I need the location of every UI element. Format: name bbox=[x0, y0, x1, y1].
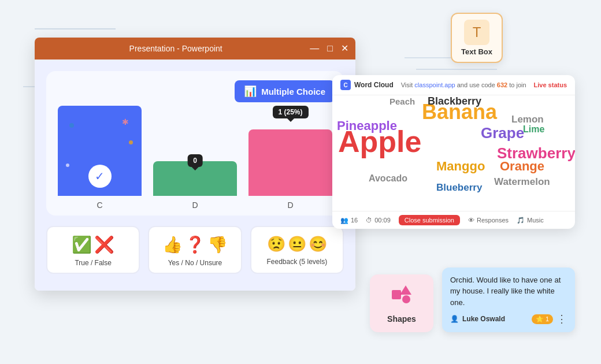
text-box-t-icon: T bbox=[473, 24, 481, 40]
ppt-controls: — □ ✕ bbox=[310, 44, 348, 53]
word-cloud-display: AppleBananaStrawberryPineappleBlackberry… bbox=[332, 95, 575, 211]
code-prefix: and use code bbox=[457, 81, 497, 88]
word-cloud-word: Peach bbox=[389, 96, 415, 106]
word-cloud-word: Pineapple bbox=[337, 118, 397, 133]
word-cloud-word: Blueberry bbox=[436, 182, 482, 194]
bar-col-d2: 1 (25%) D bbox=[248, 106, 332, 210]
word-cloud-word: Avocado bbox=[369, 173, 407, 184]
ppt-title: Presentation - Powerpoint bbox=[42, 44, 310, 53]
feedback-icons: 😟 😐 😊 bbox=[267, 235, 327, 253]
eye-icon: 👁 bbox=[468, 217, 474, 224]
join-code: 632 bbox=[497, 81, 507, 88]
bar-col-d1: 0 D bbox=[153, 106, 237, 210]
svg-rect-6 bbox=[392, 290, 401, 299]
check-icon: ✅ bbox=[72, 235, 92, 254]
wc-footer: 👥 16 ⏱ 00:09 Close submission 👁 Response… bbox=[332, 211, 575, 229]
shapes-label: Shapes bbox=[387, 314, 416, 324]
comment-footer: 👤 Luke Oswald ⭐ 1 ⋮ bbox=[450, 313, 567, 325]
wc-header: C Word Cloud Visit classpoint.app and us… bbox=[332, 75, 575, 95]
star-count: 1 bbox=[546, 315, 549, 322]
bar-col-c: 2 (75%) ✱ ✓ C bbox=[58, 106, 142, 210]
wc-visit: Visit classpoint.app and use code 632 to… bbox=[401, 81, 526, 88]
word-cloud-word: Lime bbox=[523, 124, 544, 135]
wc-logo: C bbox=[340, 80, 351, 90]
user-icon: 👤 bbox=[450, 315, 459, 323]
bar-c: ✱ ✓ bbox=[58, 106, 142, 196]
ynu-label: Yes / No / Unsure bbox=[168, 259, 222, 267]
close-button[interactable]: ✕ bbox=[341, 44, 348, 53]
people-icon: 👥 bbox=[340, 217, 348, 224]
close-submission-button[interactable]: Close submission bbox=[399, 215, 460, 225]
ppt-titlebar: Presentation - Powerpoint — □ ✕ bbox=[35, 38, 355, 60]
comment-card: Orchid. Would like to have one at my hou… bbox=[442, 268, 575, 333]
happy-icon: 😊 bbox=[309, 235, 327, 253]
code-suffix: to join bbox=[509, 81, 526, 88]
word-cloud-word: Orange bbox=[500, 159, 544, 174]
participants-num: 16 bbox=[351, 217, 358, 224]
textbox-icon: T bbox=[464, 20, 489, 45]
minimize-button[interactable]: — bbox=[310, 44, 319, 53]
wc-panel: C Word Cloud Visit classpoint.app and us… bbox=[332, 75, 575, 229]
textbox-label: Text Box bbox=[461, 47, 492, 56]
bar-label-d2: D bbox=[287, 200, 293, 210]
visit-text: Visit bbox=[401, 81, 413, 88]
username: Luke Oswald bbox=[462, 315, 505, 323]
star-icon: ⭐ bbox=[536, 315, 544, 323]
comment-user: 👤 Luke Oswald bbox=[450, 315, 505, 323]
svg-point-8 bbox=[402, 295, 410, 303]
ynu-icons: 👍 ❓ 👎 bbox=[162, 235, 228, 254]
clock-icon: ⏱ bbox=[366, 217, 372, 224]
svg-marker-7 bbox=[400, 285, 411, 295]
responses-item: 👁 Responses bbox=[468, 217, 509, 224]
ppt-window: Presentation - Powerpoint — □ ✕ 📊 Multip… bbox=[35, 38, 355, 291]
feedback-label: Feedback (5 levels) bbox=[266, 258, 327, 266]
wc-title: C Word Cloud bbox=[340, 80, 394, 90]
thumbsdown-icon: 👎 bbox=[207, 235, 228, 254]
bar-label-d1: D bbox=[192, 200, 198, 210]
shapes-button[interactable]: Shapes bbox=[370, 274, 433, 332]
activity-card-tf[interactable]: ✅ ❌ True / False bbox=[46, 226, 140, 274]
more-options-button[interactable]: ⋮ bbox=[557, 313, 567, 325]
neutral-icon: 😐 bbox=[288, 235, 306, 253]
question-icon: ❓ bbox=[185, 235, 205, 254]
sad-icon: 😟 bbox=[267, 235, 285, 253]
music-label: Music bbox=[527, 217, 544, 224]
thumbsup-icon: 👍 bbox=[162, 235, 183, 254]
cross-icon: ❌ bbox=[94, 235, 114, 254]
word-cloud-word: Grape bbox=[481, 124, 524, 142]
maximize-button[interactable]: □ bbox=[327, 44, 333, 53]
comment-text: Orchid. Would like to have one at my hou… bbox=[450, 274, 567, 309]
word-cloud-word: Watermelon bbox=[494, 176, 550, 188]
word-cloud-word: Manggo bbox=[436, 159, 485, 174]
classpoint-link[interactable]: classpoint.app bbox=[414, 81, 455, 88]
bar-d2 bbox=[248, 129, 332, 196]
tf-label: True / False bbox=[75, 259, 112, 267]
participants-count: 👥 16 bbox=[340, 217, 358, 224]
bar-label-c: C bbox=[97, 200, 102, 210]
word-cloud-word: Blackberry bbox=[428, 95, 481, 107]
activity-card-feedback[interactable]: 😟 😐 😊 Feedback (5 levels) bbox=[250, 226, 344, 274]
chart-container: 📊 Multiple Choice 2 (75%) ✱ ✓ bbox=[46, 71, 344, 216]
bar-tooltip-d1: 0 bbox=[187, 154, 203, 167]
shapes-icon bbox=[391, 283, 413, 310]
responses-label: Responses bbox=[477, 217, 509, 224]
live-status: Live status bbox=[534, 81, 567, 88]
cards-row: ✅ ❌ True / False 👍 ❓ 👎 Yes / No / Unsure… bbox=[46, 226, 344, 274]
music-item: 🎵 Music bbox=[517, 217, 544, 224]
activity-card-ynu[interactable]: 👍 ❓ 👎 Yes / No / Unsure bbox=[148, 226, 242, 274]
time-value: 00:09 bbox=[374, 217, 391, 224]
check-circle-icon: ✓ bbox=[88, 165, 112, 188]
bar-tooltip-d2: 1 (25%) bbox=[272, 106, 308, 118]
bars-row: 2 (75%) ✱ ✓ C 0 D bbox=[58, 83, 332, 210]
tf-icons: ✅ ❌ bbox=[72, 235, 114, 254]
slide-area: 📊 Multiple Choice 2 (75%) ✱ ✓ bbox=[35, 60, 355, 291]
textbox-tooltip: T Text Box bbox=[451, 13, 503, 63]
music-icon: 🎵 bbox=[517, 217, 525, 224]
wc-title-text: Word Cloud bbox=[354, 81, 394, 89]
star-badge: ⭐ 1 bbox=[532, 314, 553, 324]
word-cloud-word: Lemon bbox=[511, 114, 544, 125]
time-display: ⏱ 00:09 bbox=[366, 217, 391, 224]
